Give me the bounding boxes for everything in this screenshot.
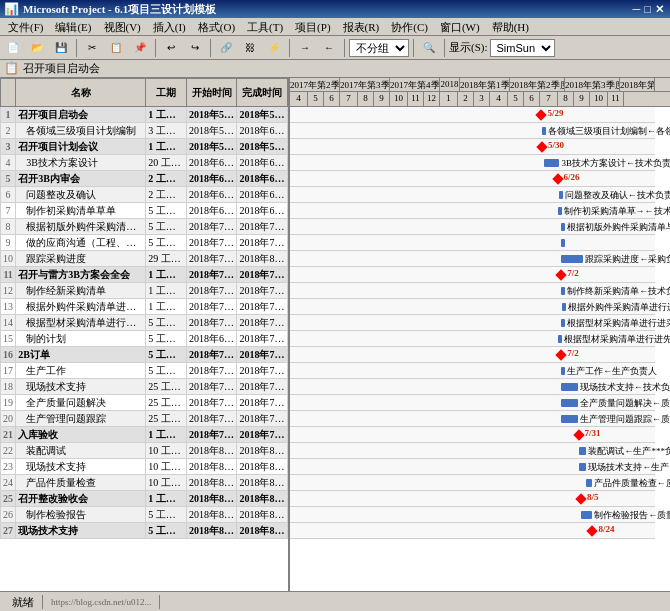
table-row[interactable]: 19全产质量问题解决25 工作日2018年7月2日2018年7月30日 xyxy=(1,395,288,411)
table-row[interactable]: 43B技术方案设计20 工作日2018年6月4日2018年6月29日 xyxy=(1,155,288,171)
cut-button[interactable]: ✂ xyxy=(81,38,103,58)
gantt-milestone xyxy=(573,429,584,440)
menu-file[interactable]: 文件(F) xyxy=(2,18,49,36)
table-row[interactable]: 18现场技术支持25 工作日2018年7月2日2018年7月30日 xyxy=(1,379,288,395)
menu-insert[interactable]: 插入(I) xyxy=(147,18,192,36)
sep-2 xyxy=(155,39,156,57)
menu-collab[interactable]: 协作(C) xyxy=(385,18,434,36)
table-row[interactable]: 14根据型材采购清单进行进采购5 工作日2018年7月2日2018年7月6日 xyxy=(1,315,288,331)
task-end-cell: 2018年7月6日 xyxy=(237,363,288,379)
task-duration-cell: 10 工作日 xyxy=(146,475,187,491)
font-dropdown[interactable]: SimSun xyxy=(490,39,555,57)
month-5b: 5 xyxy=(508,92,524,106)
table-row[interactable]: 8根据初版外购件采购清单与品供5 工作日2018年7月2日2018年7月6日 xyxy=(1,219,288,235)
gantt-chart[interactable]: 2017年第2季度 2017年第3季度 2017年第4季度 2018 2018年… xyxy=(290,78,670,591)
open-button[interactable]: 📂 xyxy=(26,38,48,58)
close-button[interactable]: ✕ xyxy=(655,3,664,16)
link-button[interactable]: 🔗 xyxy=(215,38,237,58)
menu-format[interactable]: 格式(O) xyxy=(192,18,241,36)
title-text: Microsoft Project - 6.1项目三设计划模板 xyxy=(23,2,216,17)
table-row[interactable]: 5召开3B内审会2 工作日2018年6月26日2018年6月27日 xyxy=(1,171,288,187)
menu-tools[interactable]: 工具(T) xyxy=(241,18,289,36)
table-row[interactable]: 12制作经新采购清单1 工作日2018年7月2日2018年7月2日 xyxy=(1,283,288,299)
task-start-cell: 2018年7月2日 xyxy=(186,347,237,363)
task-start-cell: 2018年7月2日 xyxy=(186,395,237,411)
task-duration-cell: 5 工作日 xyxy=(146,363,187,379)
task-start-cell: 2018年8月1日 xyxy=(186,459,237,475)
search-button[interactable]: 🔍 xyxy=(418,38,440,58)
task-end-cell: 2018年7月2日 xyxy=(237,283,288,299)
table-row[interactable]: 11召开与雷方3B方案会全会1 工作日2018年7月2日2018年7月2日 xyxy=(1,267,288,283)
maximize-button[interactable]: □ xyxy=(644,3,651,15)
gantt-date-label: 8/5 xyxy=(587,492,599,502)
task-duration-cell: 1 工作日 xyxy=(146,139,187,155)
table-row[interactable]: 25召开整改验收会1 工作日2018年8月5日2018年8月5日 xyxy=(1,491,288,507)
minimize-button[interactable]: ─ xyxy=(633,3,641,15)
task-name-cell: 现场技术支持 xyxy=(16,379,146,395)
table-row[interactable]: 162B订单5 工作日2018年7月2日2018年7月6日 xyxy=(1,347,288,363)
table-row[interactable]: 17生产工作5 工作日2018年7月2日2018年7月6日 xyxy=(1,363,288,379)
paste-button[interactable]: 📌 xyxy=(129,38,151,58)
menu-view[interactable]: 视图(V) xyxy=(98,18,147,36)
table-row[interactable]: 23现场技术支持10 工作日2018年8月1日2018年8月14日 xyxy=(1,459,288,475)
month-1: 1 xyxy=(440,92,458,106)
menu-report[interactable]: 报表(R) xyxy=(337,18,386,36)
period-2018q2: 2018年第2季度 xyxy=(510,78,565,91)
outdent-button[interactable]: ← xyxy=(318,38,340,58)
table-row[interactable]: 26制作检验报告5 工作日2018年8月5日2018年8月24日 xyxy=(1,507,288,523)
menu-edit[interactable]: 编辑(E) xyxy=(49,18,97,36)
task-end-cell: 2018年5月29日 xyxy=(237,107,288,123)
gantt-bar xyxy=(586,479,592,487)
redo-button[interactable]: ↪ xyxy=(184,38,206,58)
table-row[interactable]: 10跟踪采购进度29 工作日2018年7月2日2018年8月9日 xyxy=(1,251,288,267)
table-row[interactable]: 7制作初采购清单草单5 工作日2018年6月26日2018年6月30日 xyxy=(1,203,288,219)
task-id-cell: 6 xyxy=(1,187,16,203)
sep-7 xyxy=(444,39,445,57)
table-row[interactable]: 1召开项目启动会1 工作日2018年5月29日2018年5月29日 xyxy=(1,107,288,123)
new-button[interactable]: 📄 xyxy=(2,38,24,58)
gantt-bar-label: 跟踪采购进度←采购负责人 xyxy=(585,253,670,266)
gantt-row: 7/2 xyxy=(290,347,655,363)
copy-button[interactable]: 📋 xyxy=(105,38,127,58)
task-end-cell: 2018年7月3日 xyxy=(237,299,288,315)
sep-1 xyxy=(76,39,77,57)
table-row[interactable]: 24产品件质量检查10 工作日2018年8月13日2018年8月23日 xyxy=(1,475,288,491)
group-dropdown[interactable]: 不分组 xyxy=(349,39,409,57)
gantt-date-label: 8/24 xyxy=(598,524,614,534)
month-9: 9 xyxy=(374,92,390,106)
task-id-cell: 9 xyxy=(1,235,16,251)
gantt-bar xyxy=(561,239,565,247)
gantt-row: 3B技术方案设计←技术负责人 xyxy=(290,155,655,171)
table-row[interactable]: 9做的应商沟通（工程、付款）5 工作日2018年7月2日2018年7月6日 xyxy=(1,235,288,251)
save-button[interactable]: 💾 xyxy=(50,38,72,58)
menu-help[interactable]: 帮助(H) xyxy=(486,18,535,36)
gantt-table[interactable]: 名称 工期 开始时间 完成时间 1召开项目启动会1 工作日2018年5月29日2… xyxy=(0,78,290,591)
split-button[interactable]: ⚡ xyxy=(263,38,285,58)
month-2: 2 xyxy=(458,92,474,106)
task-end-cell: 2018年7月30日 xyxy=(237,411,288,427)
task-end-cell: 2018年8月9日 xyxy=(237,251,288,267)
menu-window[interactable]: 窗口(W) xyxy=(434,18,486,36)
table-row[interactable]: 2各领域三级项目计划编制3 工作日2018年5月30日2018年6月1日 xyxy=(1,123,288,139)
gantt-header: 2017年第2季度 2017年第3季度 2017年第4季度 2018 2018年… xyxy=(290,78,670,107)
table-row[interactable]: 3召开项目计划会议1 工作日2018年5月30日2018年5月30日 xyxy=(1,139,288,155)
table-row[interactable]: 6问题整改及确认2 工作日2018年6月28日2018年6月29日 xyxy=(1,187,288,203)
table-row[interactable]: 13根据外购件采购清单进行进采购1 工作日2018年7月3日2018年7月3日 xyxy=(1,299,288,315)
month-9b: 9 xyxy=(574,92,590,106)
table-row[interactable]: 15制的计划5 工作日2018年6月26日2018年7月2日 xyxy=(1,331,288,347)
unlink-button[interactable]: ⛓ xyxy=(239,38,261,58)
indent-button[interactable]: → xyxy=(294,38,316,58)
undo-button[interactable]: ↩ xyxy=(160,38,182,58)
menu-project[interactable]: 项目(P) xyxy=(289,18,336,36)
period-2018q3: 2018年第3季度 xyxy=(565,78,620,91)
table-row[interactable]: 21入库验收1 工作日2018年7月31日2018年7月31日 xyxy=(1,427,288,443)
task-id-cell: 20 xyxy=(1,411,16,427)
display-label: 显示(S): xyxy=(449,40,488,55)
toolbar-1: 📄 📂 💾 ✂ 📋 📌 ↩ ↪ 🔗 ⛓ ⚡ → ← 不分组 🔍 显示(S): S… xyxy=(0,36,670,60)
gantt-chart-inner: 2017年第2季度 2017年第3季度 2017年第4季度 2018 2018年… xyxy=(290,78,670,539)
table-row[interactable]: 22装配调试10 工作日2018年8月1日2018年8月14日 xyxy=(1,443,288,459)
table-row[interactable]: 27现场技术支持5 工作日2018年8月24日2018年8月29日 xyxy=(1,523,288,539)
task-id-cell: 14 xyxy=(1,315,16,331)
table-row[interactable]: 20生产管理问题跟踪25 工作日2018年7月2日2018年7月30日 xyxy=(1,411,288,427)
gantt-row: 跟踪采购进度←采购负责人 xyxy=(290,251,655,267)
